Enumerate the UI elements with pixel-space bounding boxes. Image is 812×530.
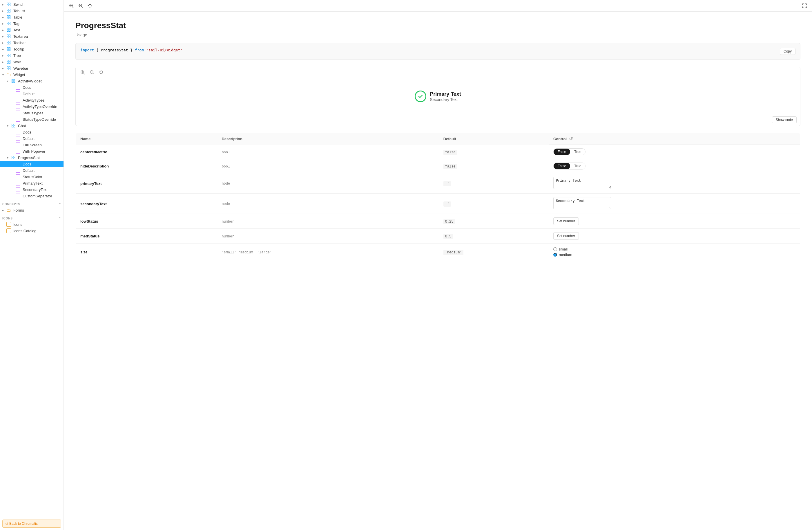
sidebar-item-ps-statuscolor[interactable]: StatusColor — [0, 173, 63, 180]
grid-icon-chat — [11, 123, 16, 128]
sidebar-label-toolbar: Toolbar — [13, 41, 26, 45]
sidebar-item-activity-typeoverride[interactable]: ActivityTypeOverride — [0, 103, 63, 110]
svg-rect-42 — [7, 69, 9, 70]
toggle-option-true-1[interactable]: True — [570, 163, 585, 169]
prop-name-2: primaryText — [80, 181, 102, 186]
sidebar-item-ps-primarytext[interactable]: PrimaryText — [0, 180, 63, 186]
radio-input-medium[interactable] — [553, 253, 557, 256]
sidebar-item-progressstat[interactable]: ▾ProgressStat — [0, 154, 63, 161]
sidebar-item-chat-default[interactable]: Default — [0, 135, 63, 142]
sidebar-item-icons[interactable]: Icons — [0, 221, 63, 227]
preview-zoom-out-button[interactable] — [88, 69, 96, 76]
preview-zoom-in-button[interactable] — [79, 69, 86, 76]
sidebar-item-text[interactable]: ▸Text — [0, 27, 63, 33]
prop-desc-0: bool — [221, 150, 230, 154]
copy-button[interactable]: Copy — [780, 48, 796, 55]
story-icon-ps-docs — [16, 162, 20, 166]
tree-arrow-widget: ▾ — [2, 73, 6, 76]
svg-rect-22 — [7, 37, 9, 38]
sidebar-item-tree[interactable]: ▸Tree — [0, 52, 63, 59]
tree-arrow-progressstat: ▾ — [7, 156, 11, 159]
story-icon-activity-typeoverride — [16, 104, 20, 109]
svg-rect-6 — [7, 11, 9, 13]
sidebar-label-widget: Widget — [13, 72, 25, 77]
sidebar-item-chat-docs[interactable]: Docs — [0, 129, 63, 135]
sidebar-item-wavebar[interactable]: ▸Wavebar — [0, 65, 63, 71]
sidebar-item-ps-secondarytext[interactable]: SecondaryText — [0, 186, 63, 193]
sidebar-item-activity-statusoverride[interactable]: StatusTypeOverride — [0, 116, 63, 123]
zoom-in-button[interactable] — [67, 2, 75, 10]
sidebar-item-ps-docs[interactable]: Docs — [0, 161, 63, 167]
prop-textarea-3[interactable] — [553, 197, 611, 209]
reset-all-icon[interactable]: ↺ — [569, 136, 573, 142]
prop-desc-5: number — [221, 235, 234, 239]
prop-textarea-2[interactable] — [553, 177, 611, 189]
svg-rect-48 — [12, 124, 13, 126]
concepts-chevron[interactable]: ⌃ — [59, 203, 61, 206]
main-panel: ProgressStat Usage import { ProgressStat… — [64, 0, 812, 530]
sidebar-item-toolbar[interactable]: ▸Toolbar — [0, 40, 63, 46]
fullscreen-button[interactable] — [800, 2, 809, 10]
zoom-out-icon — [78, 3, 83, 8]
svg-rect-1 — [9, 3, 11, 4]
toggle-option-false-0[interactable]: False — [554, 149, 570, 155]
sidebar-item-activity-statustypes[interactable]: StatusTypes — [0, 110, 63, 116]
sidebar-item-tablist[interactable]: ▸TabList — [0, 8, 63, 14]
set-number-button-4[interactable]: Set number — [553, 218, 579, 225]
sidebar-item-chat-fullscreen[interactable]: Full Screen — [0, 142, 63, 148]
sidebar-item-icons-catalog[interactable]: Icons Catalog — [0, 227, 63, 234]
svg-line-64 — [84, 73, 85, 74]
sidebar-item-switch[interactable]: ▸Switch — [0, 1, 63, 8]
svg-rect-2 — [7, 5, 9, 6]
svg-rect-11 — [9, 17, 11, 19]
grid-icon-tree — [6, 53, 11, 58]
preview-area: Primary Text Secondary Text Show code — [75, 67, 800, 126]
prop-default-6: 'medium' — [444, 250, 464, 255]
back-to-chromatic-button[interactable]: ◁ Back to Chromatic — [2, 519, 61, 528]
sidebar-item-ps-customseparator[interactable]: CustomSeparator — [0, 193, 63, 199]
svg-line-57 — [72, 7, 73, 8]
preview-reset-icon — [99, 70, 103, 74]
sidebar-label-activity-default: Default — [23, 92, 34, 96]
sidebar-item-chat-popover[interactable]: With Popover — [0, 148, 63, 154]
radio-item-medium[interactable]: medium — [553, 252, 796, 257]
sidebar-item-widget[interactable]: ▾Widget — [0, 71, 63, 78]
sidebar-label-ps-docs: Docs — [23, 162, 31, 166]
show-code-button[interactable]: Show code — [772, 116, 797, 123]
sidebar-label-textarea: Textarea — [13, 34, 28, 39]
sidebar-item-tag[interactable]: ▸Tag — [0, 20, 63, 27]
sidebar-item-forms[interactable]: ▸Forms — [0, 207, 63, 213]
sidebar-item-table[interactable]: ▸Table — [0, 14, 63, 20]
icons-chevron[interactable]: ⌃ — [59, 217, 61, 220]
sidebar-item-chat[interactable]: ▾Chat — [0, 123, 63, 129]
radio-item-small[interactable]: small — [553, 247, 796, 251]
svg-rect-4 — [7, 9, 9, 11]
toggle-option-false-1[interactable]: False — [554, 163, 570, 169]
prop-default-2: '' — [444, 181, 451, 186]
sidebar-item-textarea[interactable]: ▸Textarea — [0, 33, 63, 40]
reset-zoom-button[interactable] — [86, 2, 94, 10]
svg-rect-27 — [9, 43, 11, 44]
prop-desc-6: 'small' 'medium' 'large' — [221, 251, 272, 254]
preview-reset-zoom-button[interactable] — [98, 69, 105, 76]
sidebar-item-ps-default[interactable]: Default — [0, 167, 63, 173]
sidebar-item-activity-docs[interactable]: Docs — [0, 84, 63, 90]
sidebar-item-activity-types[interactable]: ActivityTypes — [0, 97, 63, 103]
folder-icon-forms — [6, 208, 11, 212]
svg-rect-30 — [7, 49, 9, 51]
set-number-button-5[interactable]: Set number — [553, 232, 579, 240]
story-icon-chat-default — [16, 136, 20, 141]
folder-icon-widget — [6, 72, 11, 77]
sidebar-item-tooltip[interactable]: ▸Tooltip — [0, 46, 63, 52]
sidebar-item-activitywidget[interactable]: ▾ActivityWidget — [0, 78, 63, 84]
tree-arrow-text: ▸ — [2, 28, 6, 32]
sidebar-label-activitywidget: ActivityWidget — [18, 79, 42, 83]
sidebar-item-wait[interactable]: ▸Wait — [0, 59, 63, 65]
sidebar-item-activity-default[interactable]: Default — [0, 90, 63, 97]
toggle-option-true-0[interactable]: True — [570, 149, 585, 155]
radio-input-small[interactable] — [553, 247, 557, 251]
secondary-text-display: Secondary Text — [430, 97, 461, 102]
svg-rect-47 — [14, 81, 15, 83]
zoom-out-button[interactable] — [76, 2, 85, 10]
sidebar-label-ps-statuscolor: StatusColor — [23, 175, 42, 179]
